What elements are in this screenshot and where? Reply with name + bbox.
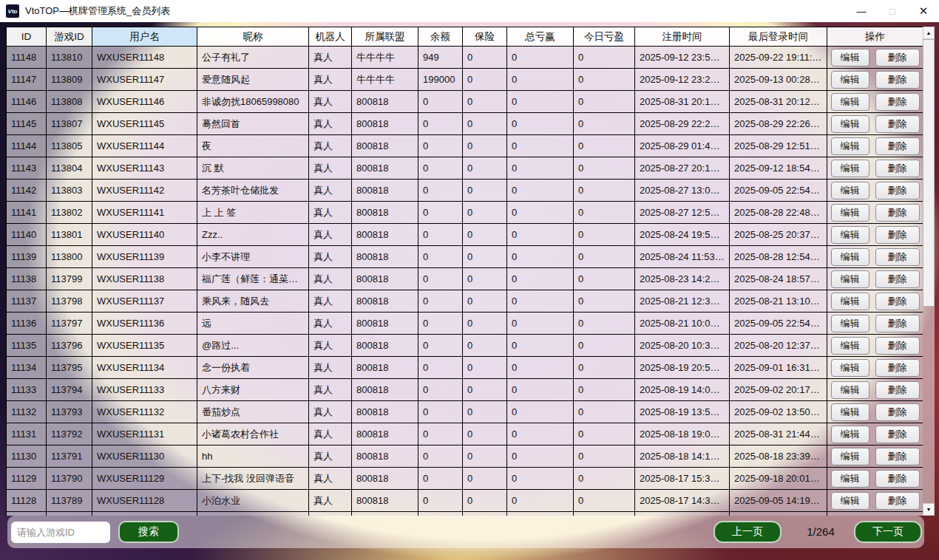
table-row: 11131113792WXUSER11131小诸葛农村合作社真人80081800… [7,423,923,445]
edit-button[interactable]: 编辑 [831,337,869,355]
cell-total_winloss: 0 [507,468,574,490]
delete-button[interactable]: 删除 [875,359,920,377]
column-header-username[interactable]: 用户名 [92,27,197,47]
cell-insurance: 0 [463,445,507,468]
cell-username: WXUSER11146 [92,91,197,113]
close-icon[interactable]: ✕ [908,0,939,22]
edit-button[interactable]: 编辑 [831,359,869,377]
delete-button[interactable]: 删除 [875,115,920,133]
delete-button[interactable]: 删除 [875,71,920,89]
cell-balance: 0 [418,157,463,180]
edit-button[interactable]: 编辑 [831,381,869,399]
cell-register_time: 2025-09-12 23:28:46 [635,69,730,91]
delete-button[interactable]: 删除 [875,248,920,266]
delete-button[interactable]: 删除 [875,49,920,66]
edit-button[interactable]: 编辑 [831,315,869,332]
edit-button[interactable]: 编辑 [831,93,869,111]
title-bar[interactable]: Vto VtoTOP—棋牌管理系统_会员列表 — □ ✕ [0,0,939,22]
delete-button[interactable]: 删除 [875,182,920,199]
cell-username: WXUSER11135 [92,335,197,357]
delete-button[interactable]: 删除 [875,315,920,332]
scroll-down-icon[interactable]: ▼ [923,503,935,516]
prev-page-button[interactable]: 上一页 [713,521,782,543]
cell-id: 11145 [7,113,47,135]
delete-button[interactable]: 删除 [875,448,920,465]
edit-button[interactable]: 编辑 [831,160,869,177]
column-header-today_winloss[interactable]: 今日亏盈 [574,27,635,47]
cell-nickname: 非诚勿扰18065998080 [197,91,309,113]
edit-button[interactable]: 编辑 [831,115,869,133]
vertical-scrollbar[interactable]: ▲ ▼ [923,27,935,516]
cell-robot: 真人 [309,313,352,335]
column-header-robot[interactable]: 机器人 [309,27,352,47]
delete-button[interactable]: 删除 [875,426,920,443]
delete-button[interactable]: 删除 [875,381,920,399]
column-header-total_winloss[interactable]: 总亏赢 [507,27,574,47]
edit-button[interactable]: 编辑 [831,204,869,222]
window-title: VtoTOP—棋牌管理系统_会员列表 [25,4,170,18]
cell-nickname: 上 上 签 [197,202,309,224]
edit-button[interactable]: 编辑 [831,448,869,465]
cell-insurance: 0 [463,290,507,313]
search-input[interactable] [11,522,110,543]
scroll-up-icon[interactable]: ▲ [923,27,935,39]
cell-union: 800818 [352,157,418,180]
cell-today_winloss: 0 [574,335,635,357]
cell-robot: 真人 [309,401,352,423]
delete-button[interactable]: 删除 [875,403,920,421]
column-header-insurance[interactable]: 保险 [463,27,507,47]
search-button[interactable]: 搜索 [118,521,179,543]
edit-button[interactable]: 编辑 [831,470,869,488]
edit-button[interactable]: 编辑 [831,270,869,288]
delete-button[interactable]: 删除 [875,470,920,488]
cell-username: WXUSER11130 [92,445,197,468]
column-header-game_id[interactable]: 游戏ID [47,27,92,47]
delete-button[interactable]: 删除 [875,204,920,222]
cell-register_time: 2025-08-19 20:51:34 [635,357,730,379]
column-header-union[interactable]: 所属联盟 [352,27,418,47]
column-header-register_time[interactable]: 注册时间 [635,27,730,47]
cell-game_id: 113804 [47,157,92,180]
delete-button[interactable]: 删除 [875,93,920,111]
cell-nickname: 蓦然回首 [197,113,309,135]
cell-robot: 真人 [309,47,352,69]
edit-button[interactable]: 编辑 [831,426,869,443]
edit-button[interactable]: 编辑 [831,49,869,66]
minimize-icon[interactable]: — [846,0,877,22]
edit-button[interactable]: 编辑 [831,403,869,421]
edit-button[interactable]: 编辑 [831,248,869,266]
cell-nickname: 乘风来，随风去 [197,290,309,313]
cell-union: 800818 [352,246,418,268]
edit-button[interactable]: 编辑 [831,226,869,244]
column-header-balance[interactable]: 余额 [418,27,463,47]
next-page-button[interactable]: 下一页 [854,521,922,543]
delete-button[interactable]: 删除 [875,270,920,288]
column-header-id[interactable]: ID [7,27,47,47]
edit-button[interactable]: 编辑 [831,182,869,199]
cell-union: 800818 [352,379,418,401]
cell-action: 编辑删除 [827,246,923,268]
column-header-nickname[interactable]: 昵称 [197,27,309,47]
column-header-action[interactable]: 操作 [827,27,923,47]
scrollbar-thumb[interactable] [923,39,935,307]
delete-button[interactable]: 删除 [875,137,920,155]
table-row: 11137113798WXUSER11137乘风来，随风去真人800818000… [7,290,923,313]
delete-button[interactable]: 删除 [875,293,920,310]
edit-button[interactable]: 编辑 [831,137,869,155]
edit-button[interactable]: 编辑 [831,293,869,310]
edit-button[interactable]: 编辑 [831,492,869,510]
cell-robot: 真人 [309,113,352,135]
delete-button[interactable]: 删除 [875,226,920,244]
delete-button[interactable]: 删除 [875,337,920,355]
cell-balance: 0 [418,445,463,468]
maximize-icon[interactable]: □ [877,0,908,22]
delete-button[interactable]: 删除 [875,160,920,177]
cell-last_login: 2025-08-21 13:10:31 [730,290,827,313]
cell-game_id: 113797 [47,313,92,335]
delete-button[interactable]: 删除 [875,492,920,510]
cell-id: 11137 [7,290,47,313]
edit-button[interactable]: 编辑 [831,71,869,89]
cell-game_id: 113798 [47,290,92,313]
cell-register_time: 2025-08-27 20:16:48 [635,157,730,180]
column-header-last_login[interactable]: 最后登录时间 [730,27,827,47]
